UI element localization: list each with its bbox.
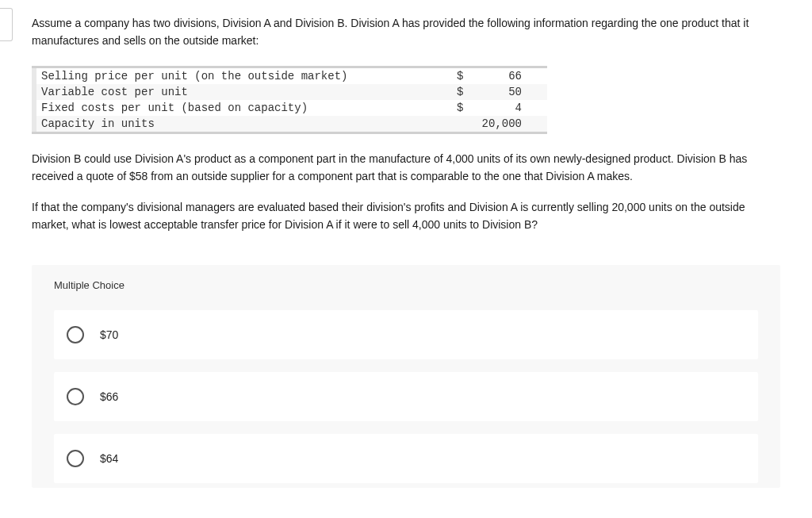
row-currency: $ (457, 102, 473, 114)
row-value: 66 (473, 70, 528, 82)
paragraph-2: If that the company's divisional manager… (32, 198, 780, 234)
row-value: 4 (473, 102, 528, 114)
table-row: Capacity in units 20,000 (32, 116, 547, 132)
row-value: 20,000 (473, 117, 528, 130)
data-table: Selling price per unit (on the outside m… (32, 66, 780, 134)
row-currency: $ (457, 70, 473, 82)
choice-text: $66 (100, 390, 118, 403)
table-row: Fixed costs per unit (based on capacity)… (32, 100, 547, 116)
row-label: Fixed costs per unit (based on capacity) (36, 102, 457, 114)
radio-icon[interactable] (67, 388, 84, 405)
row-label: Capacity in units (36, 117, 457, 130)
choice-option[interactable]: $64 (54, 434, 758, 483)
intro-paragraph: Assume a company has two divisions, Divi… (32, 14, 780, 50)
choice-text: $64 (100, 452, 118, 465)
side-handle[interactable] (0, 8, 13, 41)
choice-option[interactable]: $66 (54, 372, 758, 421)
row-label: Selling price per unit (on the outside m… (36, 70, 457, 82)
table-row: Variable cost per unit $ 50 (32, 84, 547, 100)
choice-text: $70 (100, 328, 118, 341)
paragraph-1: Division B could use Division A's produc… (32, 150, 780, 186)
multiple-choice-block: Multiple Choice $70 $66 $64 (32, 265, 780, 488)
choice-option[interactable]: $70 (54, 310, 758, 359)
row-value: 50 (473, 86, 528, 98)
multiple-choice-heading: Multiple Choice (32, 265, 780, 305)
radio-icon[interactable] (67, 326, 84, 343)
table-row: Selling price per unit (on the outside m… (32, 68, 547, 84)
row-currency: $ (457, 86, 473, 98)
radio-icon[interactable] (67, 450, 84, 467)
row-label: Variable cost per unit (36, 86, 457, 98)
